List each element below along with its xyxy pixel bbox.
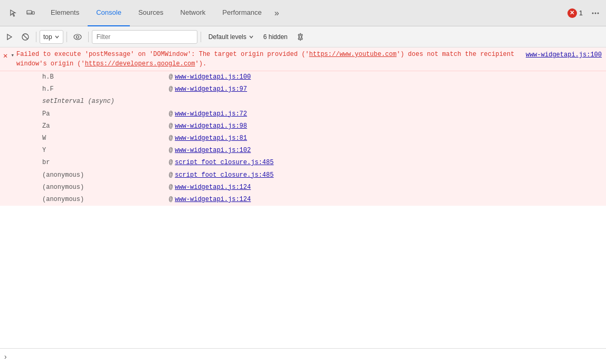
error-row: ✕ ▾ Failed to execute 'postMessage' on '… — [0, 47, 606, 71]
stack-link[interactable]: www-widgetapi.js:102 — [175, 146, 251, 156]
stack-fn: Pa — [42, 109, 169, 119]
table-row: (anonymous) @ www-widgetapi.js:124 — [0, 181, 606, 194]
devtools-icons — [2, 6, 42, 21]
stack-fn: h.B — [42, 72, 169, 82]
filter-input[interactable] — [92, 30, 197, 44]
stack-link[interactable]: www-widgetapi.js:97 — [175, 84, 247, 94]
expand-arrow[interactable]: ▾ — [11, 51, 16, 60]
console-input-bar: › — [0, 348, 606, 364]
stop-icon — [22, 33, 29, 41]
context-label: top — [43, 33, 52, 41]
table-row: br @ script_foot_closure.js:485 — [0, 157, 606, 169]
device-icon — [26, 9, 35, 17]
devtools-menu-btn[interactable] — [587, 9, 604, 17]
tab-bar: Elements Console Sources Network Perform… — [0, 0, 606, 26]
table-row: Za @ www-widgetapi.js:98 — [0, 120, 606, 132]
svg-point-4 — [595, 12, 596, 14]
stack-fn: (anonymous) — [42, 183, 169, 193]
context-select[interactable]: top — [40, 30, 63, 44]
error-icon: ✕ — [0, 50, 11, 61]
table-row: (anonymous) @ www-widgetapi.js:124 — [0, 194, 606, 206]
prompt-icon: › — [4, 352, 7, 361]
error-count: 1 — [579, 9, 583, 17]
stack-link[interactable]: script_foot_closure.js:485 — [175, 170, 273, 180]
stop-btn[interactable] — [18, 30, 33, 44]
svg-line-8 — [23, 35, 27, 39]
console-output: ✕ ▾ Failed to execute 'postMessage' on '… — [0, 47, 606, 348]
levels-label: Default levels — [209, 33, 247, 41]
table-row: h.F @ www-widgetapi.js:97 — [0, 83, 606, 95]
toolbar-divider-2 — [67, 32, 67, 42]
execute-btn[interactable] — [2, 30, 17, 44]
stack-link[interactable]: www-widgetapi.js:100 — [175, 72, 251, 82]
svg-point-11 — [299, 35, 301, 38]
tab-elements[interactable]: Elements — [42, 0, 88, 26]
stack-link[interactable]: www-widgetapi.js:98 — [175, 121, 247, 131]
tab-sources[interactable]: Sources — [130, 0, 172, 26]
toolbar-divider-1 — [36, 32, 36, 42]
error-circle: ✕ — [567, 8, 577, 18]
error-badge-area: ✕ 1 — [563, 8, 587, 18]
chevron-down-icon — [54, 34, 60, 40]
table-row: Y @ www-widgetapi.js:102 — [0, 145, 606, 157]
svg-point-5 — [598, 12, 599, 14]
console-input[interactable] — [10, 353, 602, 360]
table-row: W @ www-widgetapi.js:81 — [0, 132, 606, 145]
stack-link[interactable]: www-widgetapi.js:81 — [175, 133, 247, 143]
error-text: Failed to execute 'postMessage' on 'DOMW… — [16, 50, 526, 69]
stack-link[interactable]: www-widgetapi.js:124 — [175, 195, 251, 205]
more-tabs-btn[interactable]: » — [270, 0, 283, 26]
stack-fn: Za — [42, 121, 169, 131]
cursor-icon-btn[interactable] — [6, 6, 21, 21]
async-row: setInterval (async) — [0, 95, 606, 108]
error-badge[interactable]: ✕ 1 — [567, 8, 583, 18]
stack-fn: W — [42, 133, 169, 143]
youtube-link[interactable]: https://www.youtube.com — [309, 51, 397, 58]
hidden-count: 6 hidden — [259, 33, 292, 41]
stack-fn: (anonymous) — [42, 195, 169, 205]
stack-fn: h.F — [42, 84, 169, 94]
gear-icon — [296, 33, 305, 41]
svg-rect-1 — [32, 12, 34, 14]
svg-point-10 — [76, 35, 79, 38]
stack-link[interactable]: script_foot_closure.js:485 — [175, 158, 273, 168]
play-icon — [6, 33, 13, 41]
console-toolbar: top Default levels 6 hidden — [0, 26, 606, 47]
eye-icon — [73, 34, 82, 40]
tab-performance[interactable]: Performance — [214, 0, 270, 26]
stack-trace: h.B @ www-widgetapi.js:100 h.F @ www-wid… — [0, 71, 606, 206]
console-settings-btn[interactable] — [293, 30, 308, 44]
default-levels-btn[interactable]: Default levels — [204, 30, 258, 44]
toolbar-divider-3 — [88, 32, 89, 42]
levels-chevron-icon — [249, 34, 254, 40]
svg-point-3 — [592, 12, 594, 14]
device-toggle-btn[interactable] — [23, 6, 38, 21]
table-row: (anonymous) @ script_foot_closure.js:485 — [0, 169, 606, 181]
cursor-icon — [10, 9, 18, 17]
stack-fn: br — [42, 158, 169, 168]
tab-network[interactable]: Network — [172, 0, 214, 26]
svg-marker-6 — [7, 34, 12, 40]
tab-console[interactable]: Console — [88, 0, 130, 26]
toolbar-divider-4 — [201, 32, 201, 42]
svg-rect-0 — [27, 11, 32, 14]
stack-link[interactable]: www-widgetapi.js:72 — [175, 109, 247, 119]
table-row: Pa @ www-widgetapi.js:72 — [0, 108, 606, 120]
google-link[interactable]: https://developers.google.com — [85, 60, 195, 68]
svg-point-9 — [74, 34, 81, 40]
table-row: h.B @ www-widgetapi.js:100 — [0, 71, 606, 83]
stack-fn: (anonymous) — [42, 170, 169, 180]
stack-link[interactable]: www-widgetapi.js:124 — [175, 183, 251, 193]
eye-icon-btn[interactable] — [70, 30, 85, 44]
three-dot-icon — [591, 9, 600, 17]
error-source-link[interactable]: www-widgetapi.js:100 — [526, 50, 606, 59]
stack-fn: Y — [42, 146, 169, 156]
